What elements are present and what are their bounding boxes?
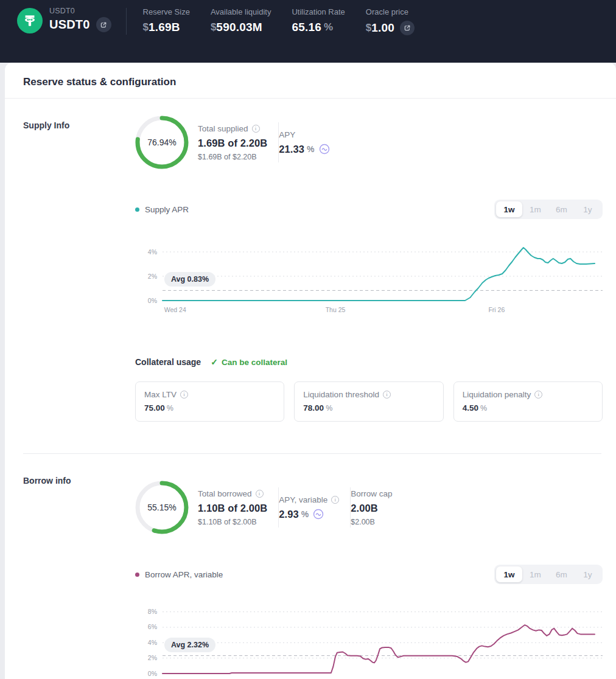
range-button-1y[interactable]: 1y [575,566,601,582]
svg-text:2%: 2% [148,273,157,280]
borrow-apy-label: APY, variable [279,495,327,504]
liquidation-penalty-box: Liquidation penalty i 4.50 % [453,381,603,422]
supply-section-label: Supply Info [23,99,135,422]
external-link-icon [100,21,107,29]
svg-text:0%: 0% [148,670,157,677]
info-icon[interactable]: i [180,391,188,399]
svg-text:4%: 4% [148,639,157,646]
stat-value: 65.16 [292,21,321,34]
check-icon: ✓ [211,357,218,367]
total-supplied-block: Total supplied i 1.69B of 2.20B $1.69B o… [198,124,278,161]
external-link-icon [404,24,411,32]
supply-ring-percent: 76.94% [135,116,189,169]
header-stats: Reserve Size $ 1.69B Available liquidity… [143,7,415,35]
range-button-1w[interactable]: 1w [496,201,522,217]
reserve-card: Reserve status & configuration Supply In… [5,63,616,679]
percent-suffix: % [326,404,332,413]
supply-apr-legend-label: Supply APR [145,205,189,214]
supply-avg-badge: Avg 0.83% [164,272,215,287]
range-button-1y[interactable]: 1y [575,201,601,217]
total-borrowed-block: Total borrowed i 1.10B of 2.00B $1.10B o… [198,489,278,526]
stat-value: 1.00 [371,21,394,35]
total-borrowed-value: 1.10B of 2.00B [198,503,267,514]
liquidation-penalty-label: Liquidation penalty [463,390,531,399]
currency-prefix: $ [366,22,371,34]
borrow-cap-label: Borrow cap [351,489,392,498]
merit-incentive-icon[interactable] [319,144,330,155]
merit-incentive-icon[interactable] [313,509,324,520]
token-external-link-button[interactable] [96,17,111,32]
borrow-cap-value: 2.00B [351,503,392,514]
range-button-6m[interactable]: 6m [548,201,575,217]
info-icon[interactable]: i [534,391,542,399]
currency-prefix: $ [211,21,216,33]
stat-label: Oracle price [366,7,415,16]
info-icon[interactable]: i [383,391,391,399]
currency-prefix: $ [143,21,149,33]
max-ltv-label: Max LTV [144,390,177,399]
borrow-apr-legend-dot [135,573,139,577]
percent-suffix: % [301,509,309,519]
stat-available-liquidity: Available liquidity $ 590.03M [211,7,271,35]
percent-suffix: % [324,21,333,33]
header-divider [126,8,127,35]
percent-suffix: % [480,404,487,413]
supply-range-control: 1w 1m 6m 1y [494,200,603,219]
token-symbol-small: USDT0 [49,7,111,15]
range-button-1m[interactable]: 1m [522,566,548,582]
reserve-header: USDT0 USDT0 Reserve Size $ 1.69B [0,0,616,63]
max-ltv-value: 75.00 [144,403,165,413]
supply-section: Supply Info 76.94% Total supplied i [5,99,616,422]
total-borrowed-usd: $1.10B of $2.00B [198,518,267,526]
borrow-cap-usd: $2.00B [351,518,392,526]
supply-overview: 76.94% Total supplied i 1.69B of 2.20B $… [135,116,603,169]
range-button-6m[interactable]: 6m [548,566,575,582]
borrow-apy-block: APY, variable i 2.93 % [279,495,350,520]
info-icon[interactable]: i [252,125,260,133]
max-ltv-box: Max LTV i 75.00 % [135,381,284,422]
svg-text:4%: 4% [148,248,157,256]
svg-text:0%: 0% [148,297,157,304]
svg-text:Wed 24: Wed 24 [164,306,186,313]
borrow-utilization-ring: 55.15% [135,481,189,534]
stat-label: Utilization Rate [292,7,345,16]
stat-utilization-rate: Utilization Rate 65.16 % [292,7,345,35]
borrow-apy-value: 2.93 [279,509,299,520]
collateral-status-text: Can be collateral [222,358,287,367]
collateral-boxes: Max LTV i 75.00 % Liquidation threshold … [135,381,603,422]
total-borrowed-label: Total borrowed [198,489,252,498]
collateral-usage-row: Collateral usage ✓ Can be collateral [135,357,603,367]
supply-apy-label: APY [279,130,295,139]
supply-apr-legend-row: Supply APR 1w 1m 6m 1y [135,200,603,219]
page-title: Reserve status & configuration [5,63,616,99]
range-button-1w[interactable]: 1w [496,566,522,582]
liquidation-penalty-value: 4.50 [463,403,478,413]
borrow-cap-block: Borrow cap 2.00B $2.00B [351,489,403,526]
svg-text:Fri 26: Fri 26 [488,306,505,313]
tether-logo-icon [22,13,38,29]
stat-label: Available liquidity [211,7,271,16]
supply-utilization-ring: 76.94% [135,116,189,169]
total-supplied-label: Total supplied [198,124,248,133]
borrow-apr-legend-label: Borrow APR, variable [145,570,223,579]
borrow-overview: 55.15% Total borrowed i 1.10B of 2.00B $… [135,481,603,534]
token-group: USDT0 USDT0 [17,7,111,33]
stat-oracle-price: Oracle price $ 1.00 [366,7,415,35]
stat-value: 1.69B [149,21,180,34]
percent-suffix: % [307,144,315,154]
stat-value: 590.03M [216,21,262,34]
borrow-apr-chart: 0%2%4%6%8%Wed 24Thu 25Fri 26 Avg 2.32% [135,600,603,679]
stat-label: Reserve Size [143,7,190,16]
info-icon[interactable]: i [331,496,339,504]
borrow-range-control: 1w 1m 6m 1y [494,565,603,584]
borrow-avg-badge: Avg 2.32% [164,638,215,652]
supply-apy-value: 21.33 [279,144,304,155]
oracle-external-link-button[interactable] [400,21,415,35]
range-button-1m[interactable]: 1m [522,201,548,217]
collateral-usage-label: Collateral usage [135,357,201,367]
borrow-apr-legend-row: Borrow APR, variable 1w 1m 6m 1y [135,565,603,584]
svg-text:Thu 25: Thu 25 [326,306,346,313]
svg-text:2%: 2% [148,654,157,661]
stat-reserve-size: Reserve Size $ 1.69B [143,7,190,35]
info-icon[interactable]: i [256,490,264,498]
